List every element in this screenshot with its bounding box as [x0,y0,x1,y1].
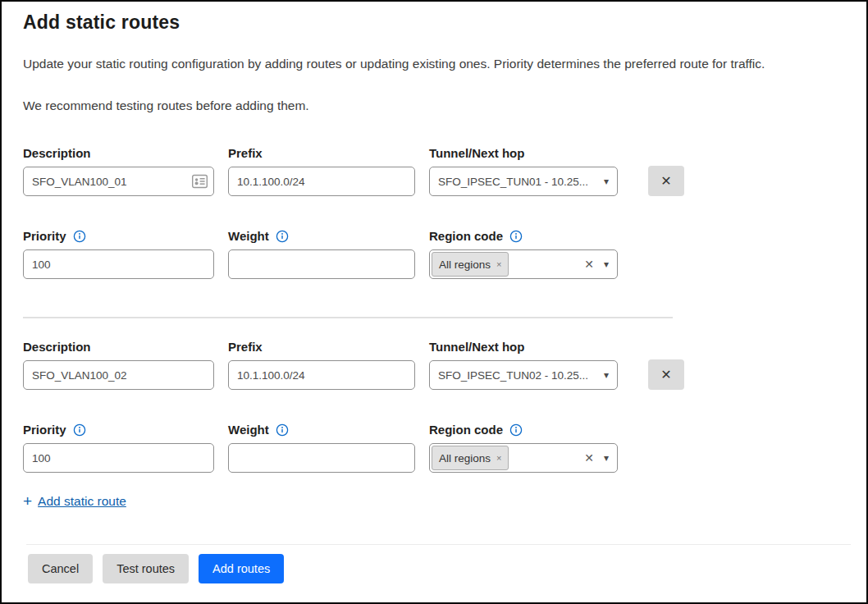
cancel-button[interactable]: Cancel [28,554,93,583]
chevron-down-icon[interactable]: ▾ [599,370,617,380]
priority-input[interactable] [23,443,214,473]
description-field: Description [23,340,214,390]
info-icon[interactable] [509,230,523,243]
weight-input[interactable] [228,443,415,473]
region-code-field: Region code All regions × ✕ ▾ [429,423,618,473]
info-icon[interactable] [509,423,523,437]
plus-icon: + [23,493,32,509]
description-field: Description [23,146,214,196]
contact-card-icon [192,174,208,189]
chevron-down-icon[interactable]: ▾ [599,259,617,269]
region-code-label: Region code [429,229,503,243]
weight-label: Weight [228,229,269,243]
recommendation-text: We recommend testing routes before addin… [23,98,309,113]
prefix-label: Prefix [228,146,415,160]
priority-field: Priority [23,229,214,279]
section-divider [23,317,673,318]
priority-label: Priority [23,423,66,437]
footer-divider [26,544,851,545]
add-static-route-row: + Add static route [23,493,126,509]
prefix-label: Prefix [228,340,415,354]
prefix-input[interactable] [228,167,415,196]
tunnel-field: Tunnel/Next hop SFO_IPSEC_TUN01 - 10.25.… [429,146,618,196]
add-static-route-link[interactable]: Add static route [38,494,126,509]
remove-route-button[interactable]: ✕ [648,359,684,390]
tunnel-select[interactable]: SFO_IPSEC_TUN01 - 10.25... ▾ [429,167,618,196]
tunnel-label: Tunnel/Next hop [429,146,618,160]
region-code-select[interactable]: All regions × ✕ ▾ [429,443,618,473]
description-input[interactable] [23,360,214,390]
route-1-main-row: Description Prefix Tunnel/Next hop SFO_I… [23,146,684,196]
remove-route-button[interactable]: ✕ [648,166,684,196]
info-icon[interactable] [73,423,86,437]
prefix-field: Prefix [228,340,415,390]
page-title: Add static routes [23,11,180,34]
region-chip-label: All regions [439,259,491,271]
description-label: Description [23,146,214,160]
region-chip-label: All regions [439,452,491,464]
test-routes-button[interactable]: Test routes [103,554,189,583]
tunnel-selected-value: SFO_IPSEC_TUN02 - 10.25... [430,369,599,382]
add-routes-button[interactable]: Add routes [199,554,284,583]
info-icon[interactable] [276,230,289,243]
priority-label: Priority [23,229,66,243]
chip-remove-icon[interactable]: × [496,453,501,463]
description-input[interactable] [23,167,214,196]
priority-field: Priority [23,423,214,473]
route-2-main-row: Description Prefix Tunnel/Next hop SFO_I… [23,340,684,390]
weight-label: Weight [228,423,269,437]
region-code-label: Region code [429,423,503,437]
footer-actions: Cancel Test routes Add routes [28,554,284,583]
route-1-options-row: Priority Weight Region code [23,229,618,279]
tunnel-field: Tunnel/Next hop SFO_IPSEC_TUN02 - 10.25.… [429,340,618,390]
tunnel-label: Tunnel/Next hop [429,340,618,354]
description-label: Description [23,340,214,354]
chevron-down-icon[interactable]: ▾ [599,176,617,186]
info-icon[interactable] [276,423,289,437]
clear-icon[interactable]: ✕ [579,452,599,464]
region-chip[interactable]: All regions × [432,446,509,470]
priority-input[interactable] [23,249,214,279]
weight-input[interactable] [228,249,415,279]
info-icon[interactable] [73,230,86,243]
tunnel-select[interactable]: SFO_IPSEC_TUN02 - 10.25... ▾ [429,360,618,390]
region-code-select[interactable]: All regions × ✕ ▾ [429,249,618,279]
route-2-options-row: Priority Weight Region code [23,423,618,473]
add-static-routes-dialog: Add static routes Update your static rou… [0,0,868,604]
weight-field: Weight [228,229,415,279]
intro-text: Update your static routing configuration… [23,57,765,71]
chevron-down-icon[interactable]: ▾ [599,453,617,463]
clear-icon[interactable]: ✕ [579,259,599,270]
prefix-field: Prefix [228,146,415,196]
weight-field: Weight [228,423,415,473]
chip-remove-icon[interactable]: × [496,259,501,269]
prefix-input[interactable] [228,360,415,390]
region-code-field: Region code All regions × ✕ ▾ [429,229,618,279]
tunnel-selected-value: SFO_IPSEC_TUN01 - 10.25... [430,176,599,188]
region-chip[interactable]: All regions × [432,252,509,277]
